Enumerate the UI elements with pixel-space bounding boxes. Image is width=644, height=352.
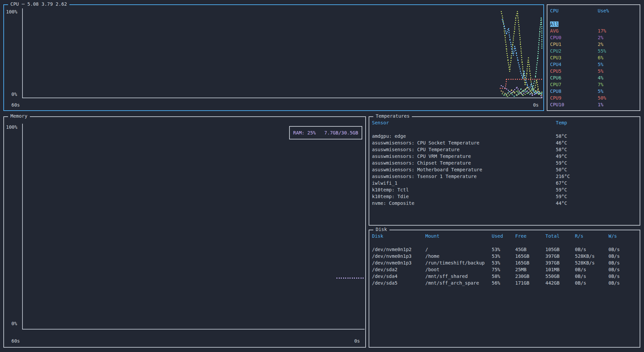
cpu-row-cpu3[interactable]: CPU36% [547,54,640,61]
disk-read-rate: 0B/s [575,273,608,280]
memory-panel[interactable]: Memory 100% 0% 60s 0s RAM: 25% 7.7GB/30.… [3,116,366,348]
temp-row[interactable]: iwlwifi_167°C [369,180,640,186]
disk-device: /dev/sda5 [372,280,425,286]
temp-row[interactable]: k10temp: Tdie59°C [369,193,640,200]
cpu-row-label: CPU4 [550,62,561,67]
temp-row[interactable]: asuswmisensors: CPU Socket Temperature46… [369,139,640,146]
memory-usage-chart [23,124,365,329]
disk-used: 58% [492,273,515,280]
cpu-row-value: 17% [598,27,640,34]
sensor-temp: 58°C [556,146,640,153]
disk-mount: /boot [425,266,492,273]
disk-col-header: R/s [575,233,608,239]
temp-row[interactable]: k10temp: Tctl59°C [369,186,640,193]
disk-col-header: Free [515,233,545,239]
disk-col-header: Total [545,233,575,239]
disk-free: 171GB [515,280,545,286]
disk-device: /dev/nvme0n1p2 [372,246,425,253]
cpu-row-cpu1[interactable]: CPU12% [547,41,640,48]
sensor-name: k10temp: Tdie [372,193,556,200]
cpu-row-cpu7[interactable]: CPU77% [547,81,640,88]
disk-read-rate: 528KB/s [575,253,608,259]
disk-row[interactable]: /dev/sda5/mnt/sff_arch_spare56%171GB442G… [369,280,640,286]
disk-used: 75% [492,266,515,273]
sensor-temp: 216°C [556,173,640,180]
cpu-graph-panel[interactable]: CPU ─ 5.08 3.79 2.62 100% 0% 60s 0s [3,4,544,111]
memory-y-min-label: 0% [11,321,17,326]
temperatures-panel[interactable]: Temperatures Sensor Temp amdgpu: edge58°… [369,116,640,226]
cpu-row-value: 5% [598,88,640,95]
temp-row[interactable]: asuswmisensors: Tsensor 1 Temperature216… [369,173,640,180]
disk-mount: / [425,246,492,253]
temp-row[interactable]: amdgpu: edge58°C [369,133,640,139]
cpu-row-label-cell: CPU1 [550,41,598,48]
temp-row[interactable]: asuswmisensors: Chipset Temperature59°C [369,160,640,166]
temp-row[interactable]: asuswmisensors: CPU VRM Temperature49°C [369,153,640,160]
disk-write-rate: 0B/s [608,280,640,286]
cpu-row-label-cell: CPU2 [550,48,598,54]
sensor-temp: 49°C [556,153,640,160]
cpu-row-label: CPU1 [550,42,561,47]
cpu-row-value: 6% [598,54,640,61]
memory-y-max-label: 100% [6,124,17,130]
cpu-row-cpu0[interactable]: CPU02% [547,34,640,41]
cpu-row-value [598,21,640,27]
cpu-row-label-cell: AVG [550,27,598,34]
sensor-name: iwlwifi_1 [372,180,556,186]
disk-used: 53% [492,259,515,266]
sensor-name: asuswmisensors: CPU Temperature [372,146,556,153]
disk-total: 397GB [545,253,575,259]
disk-panel-title: Disk [373,227,389,232]
temp-row[interactable]: nvme: Composite44°C [369,200,640,207]
cpu-row-label-cell: CPU3 [550,54,598,61]
cpu-row-label: CPU8 [550,89,561,94]
cpu-row-cpu6[interactable]: CPU64% [547,74,640,81]
disk-row[interactable]: /dev/nvme0n1p3/run/timeshift/backup53%16… [369,259,640,266]
cpu-usage-chart [23,8,542,98]
cpu-row-value: 5% [598,68,640,74]
disk-row[interactable]: /dev/nvme0n1p2/53%45GB105GB0B/s0B/s [369,246,640,253]
cpu-table-panel[interactable]: CPU Use% AllAVG17%CPU02%CPU12%CPU255%CPU… [547,4,640,111]
disk-panel[interactable]: Disk DiskMountUsedFreeTotalR/sW/s /dev/n… [369,230,640,348]
cpu-row-avg[interactable]: AVG17% [547,27,640,34]
cpu-row-value: 5% [598,61,640,68]
disk-mount: /home [425,253,492,259]
cpu-row-label: CPU2 [550,48,561,54]
cpu-row-cpu9[interactable]: CPU950% [547,95,640,101]
cpu-row-label: CPU6 [550,75,561,80]
cpu-row-cpu2[interactable]: CPU255% [547,48,640,54]
cpu-row-label: CPU0 [550,35,561,40]
cpu-row-label-cell: CPU4 [550,61,598,68]
cpu-panel-title: CPU ─ 5.08 3.79 2.62 [8,1,69,7]
cpu-row-value: 2% [598,41,640,48]
disk-table-spacer [369,239,640,246]
cpu-row-label-cell: CPU8 [550,88,598,95]
temp-row[interactable]: asuswmisensors: Motherboard Temperature5… [369,166,640,173]
cpu-row-cpu8[interactable]: CPU85% [547,88,640,95]
sensor-name: nvme: Composite [372,200,556,207]
cpu-row-label: CPU9 [550,95,561,101]
cpu-y-min-label: 0% [11,92,17,97]
sensor-col-header: Sensor [372,119,556,126]
temp-row[interactable]: asuswmisensors: CPU Temperature58°C [369,146,640,153]
cpu-row-label: CPU5 [550,68,561,74]
sensor-name: asuswmisensors: Tsensor 1 Temperature [372,173,556,180]
cpu-row-label: CPU3 [550,55,561,60]
sensor-temp: 59°C [556,160,640,166]
cpu-row-cpu4[interactable]: CPU45% [547,61,640,68]
sensor-name: asuswmisensors: CPU VRM Temperature [372,153,556,160]
disk-row[interactable]: /dev/nvme0n1p3/home53%165GB397GB528KB/s0… [369,253,640,259]
memory-x-left-label: 60s [11,338,20,344]
cpu-row-value: 55% [598,48,640,54]
disk-row[interactable]: /dev/sda2/boot75%25MB101MB0B/s0B/s [369,266,640,273]
disk-used: 56% [492,280,515,286]
cpu-row-cpu5[interactable]: CPU55% [547,68,640,74]
cpu-row-cpu10[interactable]: CPU101% [547,101,640,108]
disk-table-header: DiskMountUsedFreeTotalR/sW/s [369,233,640,239]
use-col-header: Use% [598,7,640,14]
disk-col-header: W/s [608,233,640,239]
sensor-temp: 58°C [556,133,640,139]
disk-row[interactable]: /dev/sda4/mnt/sff_shared58%230GB550GB0B/… [369,273,640,280]
cpu-row-all[interactable]: All [547,21,640,27]
cpu-table-header: CPU Use% [547,7,640,14]
